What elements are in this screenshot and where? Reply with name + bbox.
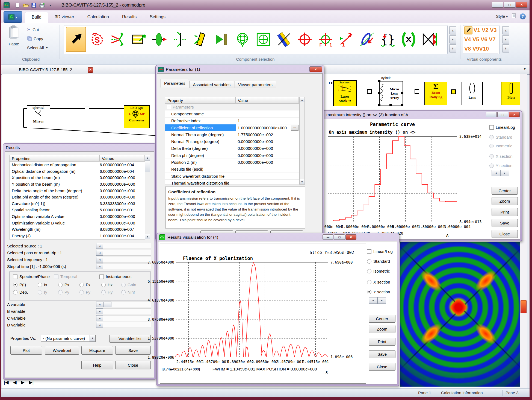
maximize-button[interactable]: ▢: [334, 234, 345, 240]
radio-iy[interactable]: Iy: [38, 290, 47, 294]
radio-icon[interactable]: [79, 290, 84, 294]
scroll-down-icon[interactable]: ▼: [449, 35, 456, 43]
radio-standard[interactable]: Standard: [489, 135, 512, 139]
radio-icon[interactable]: [79, 283, 84, 287]
style-menu[interactable]: Style ▾: [496, 14, 508, 19]
tab-build[interactable]: Build: [25, 12, 48, 23]
column-header[interactable]: Value: [235, 97, 299, 104]
ellipsis-button[interactable]: ...: [291, 125, 298, 131]
close-button[interactable]: Close: [115, 361, 151, 369]
connector-node[interactable]: [85, 107, 89, 111]
document-icon[interactable]: [512, 13, 516, 19]
select-all-button[interactable]: Select All▼: [27, 45, 48, 50]
plot-button[interactable]: Plot: [10, 346, 42, 355]
arrow-right-icon[interactable]: ►: [377, 297, 386, 304]
save-button[interactable]: Save: [369, 350, 395, 358]
arrow-right-icon[interactable]: ►: [500, 170, 509, 176]
results-window[interactable]: Results Properties Values Mechanical dis…: [3, 143, 156, 379]
beam-merger-icon[interactable]: [108, 27, 128, 51]
column-header[interactable]: Property: [165, 97, 235, 104]
new-document-icon[interactable]: [14, 2, 21, 8]
temporal-shaper-icon[interactable]: {}: [378, 27, 397, 51]
component-mirror[interactable]: spherical Mirror: [27, 105, 50, 128]
table-row[interactable]: Mechanical distance of propagation ...6.…: [10, 162, 145, 168]
checkbox-linear-log[interactable]: Linear/Log: [367, 249, 393, 254]
document-list-chevron-icon[interactable]: ▼: [523, 67, 526, 71]
radio-icon[interactable]: [13, 290, 17, 294]
component-beam-rallying[interactable]: Σ Beam Rallying: [424, 82, 447, 105]
virtual-row[interactable]: V4 V5 V6 V7: [463, 35, 498, 44]
property-row[interactable]: Thermal wavefront distortion file: [165, 180, 299, 185]
slider-thumb[interactable]: [103, 302, 111, 307]
close-button[interactable]: ✕: [345, 234, 356, 240]
table-row[interactable]: X position of the beam (m)0.000000000e+0…: [10, 174, 145, 181]
radio-hy[interactable]: Hy: [101, 290, 113, 294]
component-laser-stack[interactable]: Stackrect Laser Stack ➜: [333, 80, 357, 106]
results-table[interactable]: Mechanical distance of propagation ...6.…: [9, 162, 145, 240]
close-document-icon[interactable]: ✕: [88, 67, 93, 73]
checkbox-icon[interactable]: [489, 125, 494, 130]
scrollbar-marker[interactable]: [521, 300, 527, 313]
column-header[interactable]: Properties: [9, 155, 99, 162]
radio-ix[interactable]: Ix: [38, 282, 47, 287]
property-row[interactable]: Component name: [165, 110, 299, 117]
tab-3d-viewer[interactable]: 3D viewer: [48, 12, 81, 23]
help-icon[interactable]: ?: [520, 13, 526, 19]
component-micro-lens-array[interactable]: Micro Lens Array: [379, 81, 403, 106]
document-tab-title[interactable]: BIBO-CAVITY-5-127.5-155_2: [19, 67, 72, 72]
chevron-down-icon[interactable]: ▼: [90, 335, 95, 341]
status-pane-3[interactable]: Pane 3: [506, 390, 519, 395]
tab-results[interactable]: Results: [116, 12, 143, 23]
connector-node[interactable]: [415, 89, 419, 94]
minimize-button[interactable]: —: [486, 112, 497, 117]
zoom-button[interactable]: Zoom: [369, 325, 395, 333]
selection-handle[interactable]: [389, 104, 392, 106]
selection-handle[interactable]: [378, 104, 380, 106]
radio-isometric[interactable]: Isometric: [367, 269, 390, 273]
radio-icon[interactable]: [367, 259, 371, 264]
property-row[interactable]: Delta theta (degree)0.000000000e+000: [165, 145, 299, 152]
table-row[interactable]: Energy (J)1.000000000e-004: [10, 233, 145, 239]
phase-mask-icon[interactable]: [254, 27, 273, 51]
table-row[interactable]: Optimization variable B value0.000000000…: [10, 220, 145, 226]
paste-button[interactable]: Paste: [5, 25, 23, 56]
radio-x-section[interactable]: X section: [489, 154, 513, 159]
slider-track[interactable]: [103, 257, 151, 262]
resonator-icon[interactable]: [399, 27, 418, 51]
connector-node[interactable]: [367, 89, 372, 94]
slider-left-icon[interactable]: ◄: [96, 264, 103, 269]
slider-left-icon[interactable]: ◄: [96, 322, 103, 328]
property-row[interactable]: Results file (ascii): [165, 166, 299, 173]
scroll-down-icon[interactable]: ▼: [300, 179, 305, 184]
close-button[interactable]: ✕: [509, 112, 520, 117]
slider-track[interactable]: [103, 308, 151, 314]
beam-splitter-icon[interactable]: [274, 27, 294, 51]
property-row[interactable]: Refractive index1.: [165, 118, 299, 124]
checkbox-instantaneous[interactable]: Instantaneous: [99, 274, 131, 279]
radio-icon[interactable]: [489, 163, 494, 168]
target-red-icon[interactable]: [295, 27, 314, 51]
grid-scrollbar[interactable]: ▲ ▼: [299, 97, 305, 185]
status-pane-1[interactable]: Pane 1: [418, 390, 431, 395]
scroll-down-icon[interactable]: ▼: [145, 234, 150, 239]
focus-sensor-icon[interactable]: F1: [316, 27, 335, 51]
slider-left-icon[interactable]: ◄: [96, 308, 103, 314]
print-icon[interactable]: [39, 2, 45, 8]
open-file-icon[interactable]: [22, 2, 29, 8]
last-frame-icon[interactable]: ▶|: [29, 379, 34, 385]
property-row[interactable]: Normal Phi angle (degree)0.000000000e+00…: [165, 138, 299, 145]
tilted-plate-icon[interactable]: [191, 27, 211, 51]
scroll-more-icon[interactable]: ⇟: [449, 44, 456, 52]
tab-calculation[interactable]: Calculation: [81, 12, 116, 23]
radio-py[interactable]: Py: [58, 290, 69, 294]
radio-hx[interactable]: Hx: [101, 282, 113, 287]
selection-handle[interactable]: [378, 80, 380, 82]
telescope-icon[interactable]: [420, 27, 439, 51]
checkbox-icon[interactable]: [13, 275, 17, 279]
table-scrollbar[interactable]: ▲ ▼: [145, 155, 150, 239]
radio-icon[interactable]: [38, 283, 42, 287]
minimize-button[interactable]: —: [492, 2, 503, 8]
property-row[interactable]: Normal Theta angle (degree)1.775000000e+…: [165, 131, 299, 138]
checkbox-icon[interactable]: [367, 249, 371, 254]
table-row[interactable]: Delta phi angle of the beam (degree)0.00…: [10, 194, 145, 200]
